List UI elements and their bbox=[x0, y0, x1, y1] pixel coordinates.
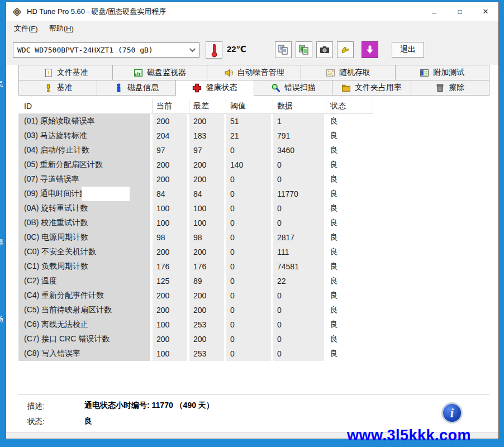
copy-text-button[interactable] bbox=[275, 41, 292, 58]
cell-worst: 100 bbox=[189, 216, 226, 230]
menu-bar: 文件(F)帮助(H) bbox=[6, 21, 498, 36]
table-row[interactable]: (C1) 负载周期计数176176074581良 bbox=[18, 259, 373, 274]
minimize-button[interactable]: – bbox=[421, 2, 447, 21]
table-row[interactable]: (03) 马达旋转标准20418321791良 bbox=[18, 129, 373, 143]
menu-item[interactable]: 文件(F) bbox=[8, 21, 44, 36]
description-label: 描述: bbox=[27, 401, 45, 411]
cell-status: 良 bbox=[326, 245, 373, 259]
erase-icon bbox=[435, 83, 445, 93]
tab-disk-info[interactable]: 磁盘信息 bbox=[97, 80, 175, 96]
cell-id: (C7) 接口 CRC 错误计数 bbox=[18, 332, 153, 346]
table-row[interactable]: (01) 原始读取错误率200200511良 bbox=[18, 114, 373, 129]
selection-highlight bbox=[82, 187, 130, 201]
menu-item[interactable]: 帮助(H) bbox=[44, 21, 79, 36]
tab-benchmark[interactable]: 基准 bbox=[18, 80, 97, 96]
cell-id: (C5) 当前待映射扇区计数 bbox=[18, 303, 153, 317]
tab-error-scan[interactable]: 错误扫描 bbox=[254, 80, 332, 96]
cell-data: 1 bbox=[273, 114, 326, 129]
cell-worst: 176 bbox=[189, 259, 226, 274]
column-header[interactable]: 当前 bbox=[153, 99, 189, 114]
cell-current: 200 bbox=[153, 172, 189, 187]
close-button[interactable]: × bbox=[473, 2, 498, 21]
cell-data: 0 bbox=[273, 201, 326, 216]
cell-threshold: 140 bbox=[226, 158, 273, 172]
info-button[interactable]: i bbox=[441, 402, 463, 424]
copy-image-button[interactable] bbox=[296, 41, 312, 58]
table-row[interactable]: (C2) 温度12589022良 bbox=[18, 274, 373, 288]
tab-file-benchmark[interactable]: !文件基准 bbox=[18, 65, 113, 80]
cell-status: 良 bbox=[326, 114, 373, 129]
cell-threshold: 0 bbox=[226, 332, 273, 346]
tab-extra-tests[interactable]: 附加测试 bbox=[396, 65, 489, 80]
screenshot-button[interactable] bbox=[316, 41, 333, 58]
cell-worst: 98 bbox=[189, 230, 226, 245]
cell-current: 100 bbox=[153, 317, 189, 332]
cell-worst: 253 bbox=[189, 317, 226, 332]
description-value: 通电状态小时编号: 11770 （490 天） bbox=[84, 401, 214, 411]
cell-threshold: 0 bbox=[226, 201, 273, 216]
temperature-value: 22℃ bbox=[227, 44, 246, 54]
column-header[interactable]: 状态 bbox=[326, 99, 373, 114]
cell-data: 0 bbox=[273, 317, 326, 332]
table-row[interactable]: (C5) 当前待映射扇区计数20020000良 bbox=[18, 303, 373, 317]
cell-id: (C0) 不安全关机计数 bbox=[18, 245, 153, 259]
tab-label: 磁盘信息 bbox=[127, 83, 159, 93]
cell-worst: 84 bbox=[189, 187, 226, 201]
cell-data: 0 bbox=[273, 172, 326, 187]
cell-id: (07) 寻道错误率 bbox=[18, 172, 153, 187]
cell-current: 100 bbox=[153, 216, 189, 230]
cell-status: 良 bbox=[326, 216, 373, 230]
table-row[interactable]: (07) 寻道错误率20020000良 bbox=[18, 172, 373, 187]
table-row[interactable]: (05) 重新分配扇区计数2002001400良 bbox=[18, 158, 373, 172]
hd-tune-window: HD Tune Pro 5.60 - 硬盘/固态硬盘实用程序 – □ × 文件(… bbox=[6, 2, 499, 439]
table-row[interactable]: (04) 启动/停止计数979703460良 bbox=[18, 143, 373, 158]
cell-threshold: 0 bbox=[226, 245, 273, 259]
cell-threshold: 0 bbox=[226, 143, 273, 158]
tab-health[interactable]: 健康状态 bbox=[176, 80, 254, 96]
smart-table-body: (01) 原始读取错误率200200511良(03) 马达旋转标准2041832… bbox=[18, 114, 373, 361]
tab-disk-monitor[interactable]: 磁盘监视器 bbox=[113, 65, 207, 80]
table-row[interactable]: (C7) 接口 CRC 错误计数20020000良 bbox=[18, 332, 373, 346]
column-header[interactable]: 最差 bbox=[189, 99, 226, 114]
cell-id: (C8) 写入错误率 bbox=[18, 346, 153, 361]
cell-id: (0B) 校准重试计数 bbox=[18, 216, 153, 230]
tab-folder-usage[interactable]: 文件夹占用率 bbox=[332, 80, 411, 96]
table-row[interactable]: (C6) 离线无法校正10025300良 bbox=[18, 317, 373, 332]
table-row[interactable]: (0B) 校准重试计数10010000良 bbox=[18, 216, 373, 230]
column-header[interactable]: 阈值 bbox=[226, 99, 273, 114]
desktop-icon-label: 民 bbox=[0, 79, 6, 88]
cell-data: 0 bbox=[273, 216, 326, 230]
cell-current: 84 bbox=[153, 187, 189, 201]
update-icon bbox=[364, 44, 375, 55]
cell-threshold: 21 bbox=[226, 129, 273, 143]
donate-button[interactable] bbox=[337, 41, 354, 58]
table-row[interactable]: (0A) 旋转重试计数10010000良 bbox=[18, 201, 373, 216]
drive-select[interactable]: WDC WD7500BPVT-24HXZT1 (750 gB) bbox=[13, 42, 199, 58]
tab-aam[interactable]: 自动噪音管理 bbox=[207, 65, 301, 80]
cell-id: (C4) 重新分配事件计数 bbox=[18, 288, 153, 303]
chevron-down-icon bbox=[189, 46, 196, 52]
tab-erase[interactable]: 擦除 bbox=[411, 80, 489, 96]
column-header[interactable]: ID bbox=[18, 99, 153, 114]
cell-threshold: 0 bbox=[226, 172, 273, 187]
table-row[interactable]: (C8) 写入错误率10025300良 bbox=[18, 346, 373, 361]
column-header[interactable]: 数据 bbox=[273, 99, 326, 114]
table-row[interactable]: (C4) 重新分配事件计数20020000良 bbox=[18, 288, 373, 303]
exit-button[interactable]: 退出 bbox=[392, 42, 424, 58]
cell-current: 125 bbox=[153, 274, 189, 288]
cell-worst: 89 bbox=[189, 274, 226, 288]
tab-label: 自动噪音管理 bbox=[237, 68, 284, 78]
table-row[interactable]: (0C) 电源周期计数989802817良 bbox=[18, 230, 373, 245]
maximize-button[interactable]: □ bbox=[447, 2, 473, 21]
table-row[interactable]: (C0) 不安全关机计数2002000111良 bbox=[18, 245, 373, 259]
table-row[interactable]: (09) 通电时间计数8484011770良 bbox=[18, 187, 373, 201]
cell-status: 良 bbox=[326, 259, 373, 274]
cell-status: 良 bbox=[326, 172, 373, 187]
update-button[interactable] bbox=[362, 41, 378, 58]
cell-threshold: 0 bbox=[226, 317, 273, 332]
title-bar: HD Tune Pro 5.60 - 硬盘/固态硬盘实用程序 – □ × bbox=[6, 2, 498, 21]
tab-random-access[interactable]: 随机存取 bbox=[301, 65, 395, 80]
cell-status: 良 bbox=[326, 187, 373, 201]
cell-data: 0 bbox=[273, 158, 326, 172]
cell-id: (05) 重新分配扇区计数 bbox=[18, 158, 153, 172]
